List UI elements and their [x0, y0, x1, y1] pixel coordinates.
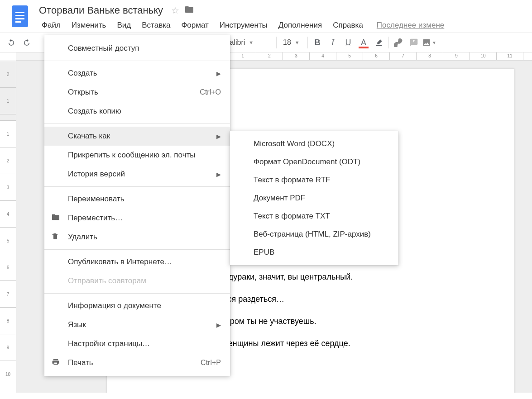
submenu-item-txt[interactable]: Текст в формате TXT — [230, 207, 398, 225]
menu-edit[interactable]: Изменить — [66, 18, 112, 33]
vertical-ruler[interactable]: 2 1 1 2 3 4 5 6 7 8 9 10 — [0, 52, 16, 393]
bold-button[interactable]: B — [310, 35, 325, 50]
menu-item-version-history[interactable]: История версий▶ — [44, 165, 230, 184]
submenu-arrow-icon: ▶ — [216, 171, 221, 178]
menu-item-language[interactable]: Язык▶ — [44, 315, 230, 334]
menu-item-new[interactable]: Создать▶ — [44, 64, 230, 83]
undo-button[interactable] — [4, 35, 19, 50]
menu-item-email-attach[interactable]: Прикрепить к сообщению эл. почты — [44, 146, 230, 165]
download-as-submenu: Microsoft Word (DOCX) Формат OpenDocumen… — [230, 131, 398, 265]
svg-rect-6 — [413, 40, 414, 42]
svg-rect-4 — [15, 21, 21, 23]
menu-item-open[interactable]: ОткрытьCtrl+O — [44, 83, 230, 102]
submenu-arrow-icon: ▶ — [216, 322, 221, 328]
menu-item-doc-info[interactable]: Информация о документе — [44, 296, 230, 315]
menubar: Файл Изменить Вид Вставка Формат Инструм… — [36, 18, 528, 33]
submenu-arrow-icon: ▶ — [216, 133, 221, 140]
docs-logo-icon[interactable] — [11, 5, 29, 30]
star-icon[interactable]: ☆ — [171, 5, 179, 16]
insert-image-button[interactable]: ▼ — [422, 35, 437, 50]
text-color-button[interactable]: A — [356, 35, 371, 50]
menu-view[interactable]: Вид — [111, 18, 136, 33]
submenu-item-html[interactable]: Веб-страница (HTML, ZIP-архив) — [230, 225, 398, 243]
menu-addons[interactable]: Дополнения — [273, 18, 327, 33]
submenu-item-pdf[interactable]: Документ PDF — [230, 189, 398, 207]
title-row: Оторвали Ваньке встаньку ☆ — [36, 4, 528, 17]
font-size-select[interactable]: 18▼ — [278, 35, 306, 50]
font-size-label: 18 — [283, 38, 291, 47]
italic-button[interactable]: I — [325, 35, 340, 50]
menu-help[interactable]: Справка — [327, 18, 369, 33]
highlight-button[interactable] — [371, 35, 387, 50]
submenu-item-epub[interactable]: EPUB — [230, 243, 398, 261]
svg-rect-2 — [15, 15, 24, 16]
insert-link-button[interactable] — [391, 35, 406, 50]
printer-icon — [52, 358, 62, 368]
menu-format[interactable]: Формат — [176, 18, 214, 33]
underline-button[interactable]: U — [340, 35, 356, 50]
menu-insert[interactable]: Вставка — [136, 18, 176, 33]
submenu-item-rtf[interactable]: Текст в формате RTF — [230, 171, 398, 189]
menu-item-download-as[interactable]: Скачать как▶ — [44, 127, 230, 146]
menu-item-rename[interactable]: Переименовать — [44, 190, 230, 209]
redo-button[interactable] — [19, 35, 34, 50]
app-header: Оторвали Ваньке встаньку ☆ Файл Изменить… — [0, 0, 532, 33]
file-menu-dropdown: Совместный доступ Создать▶ ОткрытьCtrl+O… — [44, 35, 230, 376]
submenu-arrow-icon: ▶ — [216, 70, 221, 77]
menu-item-share[interactable]: Совместный доступ — [44, 39, 230, 58]
menu-item-email-collab: Отправить соавторам — [44, 271, 230, 290]
folder-icon[interactable] — [185, 5, 194, 16]
trash-icon — [52, 232, 62, 242]
menu-item-publish[interactable]: Опубликовать в Интернете… — [44, 252, 230, 271]
insert-comment-button[interactable] — [406, 35, 422, 50]
svg-rect-1 — [15, 12, 24, 13]
svg-rect-3 — [15, 18, 24, 19]
document-title[interactable]: Оторвали Ваньке встаньку — [36, 4, 166, 17]
submenu-item-odt[interactable]: Формат OpenDocument (ODT) — [230, 153, 398, 171]
menu-tools[interactable]: Инструменты — [214, 18, 273, 33]
menu-item-move[interactable]: Переместить… — [44, 209, 230, 228]
menu-item-page-setup[interactable]: Настройки страницы… — [44, 334, 230, 353]
menu-item-delete[interactable]: Удалить — [44, 228, 230, 247]
menu-file[interactable]: Файл — [36, 18, 66, 33]
submenu-item-docx[interactable]: Microsoft Word (DOCX) — [230, 135, 398, 153]
last-edit-link[interactable]: Последнее измене — [369, 18, 447, 33]
menu-item-make-copy[interactable]: Создать копию — [44, 102, 230, 121]
folder-icon — [52, 214, 62, 223]
menu-item-print[interactable]: ПечатьCtrl+P — [44, 353, 230, 372]
